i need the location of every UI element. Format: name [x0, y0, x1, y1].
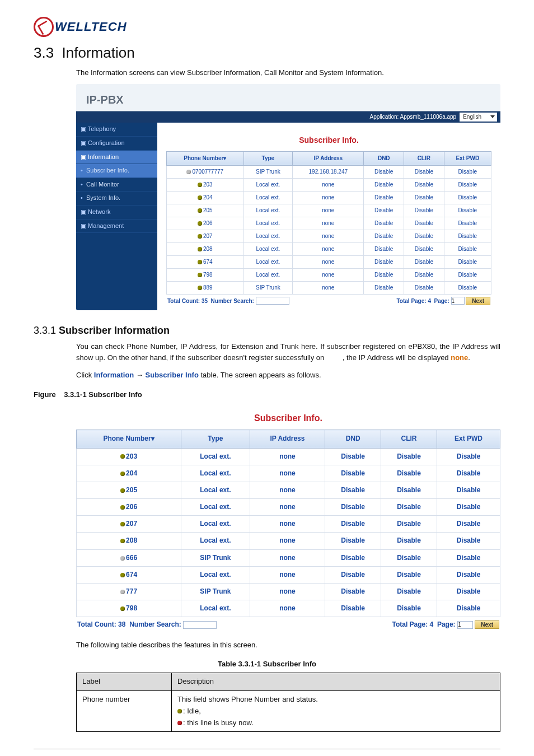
- table-row[interactable]: 666SIP TrunknoneDisableDisableDisable: [77, 549, 500, 566]
- follow-text: The following table describes the featur…: [76, 640, 500, 651]
- sidebar-item-management[interactable]: Management: [76, 220, 157, 234]
- table-row[interactable]: 798Local ext.noneDisableDisableDisable: [77, 600, 500, 617]
- col-dnd[interactable]: DND: [325, 430, 381, 448]
- section-heading: 3.3 Information: [34, 41, 500, 65]
- ext-cell: Disable: [437, 549, 500, 566]
- app-bar: Application: Appsmb_111006a.app English: [76, 111, 500, 123]
- dnd-cell: Disable: [325, 516, 381, 533]
- phone-cell: 889: [167, 281, 244, 294]
- page-input[interactable]: [457, 621, 473, 629]
- ippbx-app-window: IP-PBX Application: Appsmb_111006a.app E…: [76, 84, 500, 310]
- status-dot-icon: [186, 170, 191, 174]
- language-select[interactable]: English: [460, 113, 497, 122]
- phone-cell: 206: [167, 217, 244, 230]
- ip-cell: none: [250, 448, 325, 465]
- col-type[interactable]: Type: [243, 151, 293, 165]
- table-row[interactable]: 674Local ext.noneDisableDisableDisable: [77, 566, 500, 583]
- table-row[interactable]: 206Local ext.noneDisableDisableDisable: [167, 217, 491, 230]
- table-row[interactable]: 208Local ext.noneDisableDisableDisable: [167, 242, 491, 255]
- sidebar-item-telephony[interactable]: Telephony: [76, 123, 157, 137]
- table-row[interactable]: 208Local ext.noneDisableDisableDisable: [77, 533, 500, 549]
- status-dot-icon: [120, 505, 125, 510]
- type-cell: Local ext.: [243, 255, 293, 268]
- type-cell: SIP Trunk: [243, 165, 293, 178]
- none-word: none: [451, 353, 468, 362]
- col-ext[interactable]: Ext PWD: [444, 151, 491, 165]
- hdr-desc: Description: [172, 673, 500, 691]
- sidebar-item-system-info[interactable]: System Info.: [76, 192, 157, 206]
- type-cell: SIP Trunk: [243, 281, 293, 294]
- brand-logo: WELLTECH: [34, 17, 500, 37]
- dnd-cell: Disable: [364, 230, 404, 242]
- ip-cell: none: [293, 191, 364, 204]
- table-row[interactable]: 798Local ext.noneDisableDisableDisable: [167, 268, 491, 281]
- click-instruction: Click Information → Subscriber Info tabl…: [76, 370, 500, 381]
- clir-cell: Disable: [381, 549, 437, 566]
- table-row[interactable]: 203Local ext.noneDisableDisableDisable: [167, 178, 491, 191]
- col-type[interactable]: Type: [181, 430, 250, 448]
- col-phone[interactable]: Phone Number▾: [77, 430, 181, 448]
- dnd-cell: Disable: [325, 549, 381, 566]
- phone-cell: 203: [167, 178, 244, 191]
- clir-cell: Disable: [404, 204, 444, 217]
- search-input[interactable]: [256, 297, 289, 305]
- dnd-cell: Disable: [364, 217, 404, 230]
- col-clir[interactable]: CLIR: [381, 430, 437, 448]
- total-count-label: Total Count:: [167, 298, 200, 304]
- table-row[interactable]: 674Local ext.noneDisableDisableDisable: [167, 255, 491, 268]
- sidebar-item-call-monitor[interactable]: Call Monitor: [76, 178, 157, 192]
- col-dnd[interactable]: DND: [364, 151, 404, 165]
- table-row[interactable]: 207Local ext.noneDisableDisableDisable: [77, 516, 500, 533]
- sidebar-item-configuration[interactable]: Configuration: [76, 137, 157, 151]
- subscriber-table-2: Phone Number▾ Type IP Address DND CLIR E…: [76, 430, 500, 617]
- type-cell: Local ext.: [181, 566, 250, 583]
- status-dot-icon: [120, 590, 125, 594]
- table-row[interactable]: 206Local ext.noneDisableDisableDisable: [77, 499, 500, 516]
- col-ext[interactable]: Ext PWD: [437, 430, 500, 448]
- table-row[interactable]: 203Local ext.noneDisableDisableDisable: [77, 448, 500, 465]
- table-row[interactable]: 205Local ext.noneDisableDisableDisable: [77, 482, 500, 498]
- table-row[interactable]: 204Local ext.noneDisableDisableDisable: [167, 191, 491, 204]
- table-row[interactable]: 204Local ext.noneDisableDisableDisable: [77, 465, 500, 482]
- status-dot-icon: [120, 522, 125, 526]
- search-input[interactable]: [183, 621, 217, 629]
- table-row[interactable]: 205Local ext.noneDisableDisableDisable: [167, 204, 491, 217]
- type-cell: Local ext.: [181, 533, 250, 549]
- col-ip[interactable]: IP Address: [293, 151, 364, 165]
- type-cell: SIP Trunk: [181, 584, 250, 600]
- table-caption: Table 3.3.1-1 Subscriber Info: [34, 659, 500, 670]
- col-clir[interactable]: CLIR: [404, 151, 444, 165]
- phone-cell: 205: [77, 482, 181, 498]
- ext-cell: Disable: [444, 230, 491, 242]
- clir-cell: Disable: [404, 268, 444, 281]
- ext-cell: Disable: [437, 499, 500, 516]
- next-button[interactable]: Next: [475, 620, 499, 629]
- phone-cell: 798: [167, 268, 244, 281]
- table-row[interactable]: 207Local ext.noneDisableDisableDisable: [167, 230, 491, 242]
- ip-cell: none: [250, 465, 325, 482]
- sidebar-item-subscriber-info[interactable]: Subscriber Info.: [76, 164, 157, 178]
- next-button[interactable]: Next: [466, 297, 490, 305]
- ext-cell: Disable: [437, 600, 500, 617]
- table-row[interactable]: 777SIP TrunknoneDisableDisableDisable: [77, 584, 500, 600]
- page-input[interactable]: [451, 297, 465, 305]
- table-row[interactable]: 0700777777SIP Trunk192.168.18.247Disable…: [167, 165, 491, 178]
- type-cell: Local ext.: [243, 191, 293, 204]
- status-dot-icon: [198, 286, 202, 290]
- status-dot-icon: [198, 195, 202, 200]
- clir-cell: Disable: [381, 465, 437, 482]
- ext-cell: Disable: [437, 465, 500, 482]
- sidebar-item-information[interactable]: Information: [76, 151, 157, 165]
- total-count-label: Total Count:: [77, 620, 116, 628]
- col-phone[interactable]: Phone Number▾: [167, 151, 244, 165]
- clir-cell: Disable: [404, 230, 444, 242]
- sidebar-item-network[interactable]: Network: [76, 206, 157, 220]
- total-count-value: 35: [202, 298, 208, 304]
- table-row[interactable]: 889SIP TrunknoneDisableDisableDisable: [167, 281, 491, 294]
- ip-cell: none: [293, 230, 364, 242]
- description-table: Label Description Phone number This fiel…: [76, 673, 500, 732]
- ext-cell: Disable: [437, 533, 500, 549]
- ext-cell: Disable: [437, 516, 500, 533]
- col-ip[interactable]: IP Address: [250, 430, 325, 448]
- ip-cell: none: [293, 268, 364, 281]
